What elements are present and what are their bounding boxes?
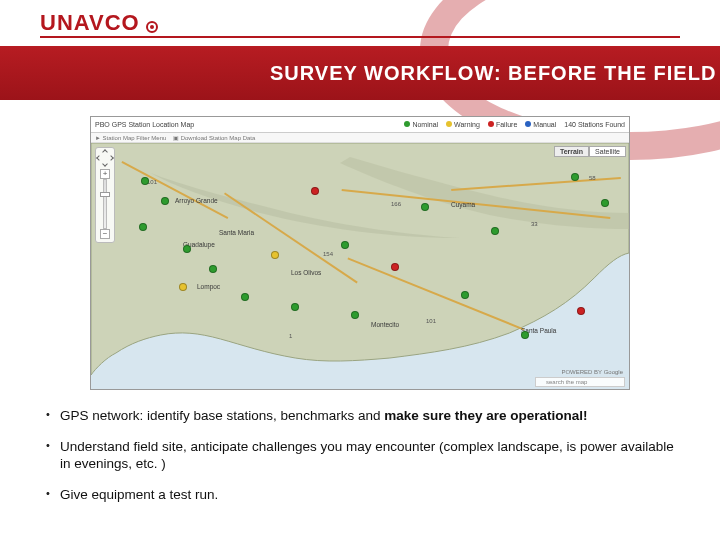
- map-canvas[interactable]: 101 101 1 154 166 33 58 Santa Maria Lomp…: [91, 143, 629, 389]
- station-marker[interactable]: [521, 331, 529, 339]
- brand-mark-icon: [146, 21, 158, 33]
- map-header-bar: PBO GPS Station Location Map Nominal War…: [91, 117, 629, 133]
- station-marker[interactable]: [161, 197, 169, 205]
- map-filter-toggle[interactable]: ► Station Map Filter Menu: [95, 135, 166, 141]
- station-marker[interactable]: [601, 199, 609, 207]
- map-type-switch: Terrain Satellite: [554, 146, 626, 157]
- dot-blue-icon: [525, 121, 531, 127]
- station-marker[interactable]: [571, 173, 579, 181]
- pan-north-icon[interactable]: [102, 149, 108, 155]
- place-label: Santa Maria: [219, 229, 254, 236]
- station-marker[interactable]: [461, 291, 469, 299]
- dot-green-icon: [404, 121, 410, 127]
- title-band: SURVEY WORKFLOW: BEFORE THE FIELD: [0, 46, 720, 100]
- legend-failure: Failure: [488, 121, 517, 128]
- route-label: 154: [323, 251, 333, 257]
- map-controls: + −: [95, 147, 115, 243]
- route-label: 58: [589, 175, 596, 181]
- map-search-input[interactable]: search the map: [535, 377, 625, 387]
- station-marker[interactable]: [209, 265, 217, 273]
- place-label: Montecito: [371, 321, 399, 328]
- zoom-in-button[interactable]: +: [100, 169, 110, 179]
- station-marker[interactable]: [491, 227, 499, 235]
- station-marker[interactable]: [291, 303, 299, 311]
- station-marker[interactable]: [351, 311, 359, 319]
- route-label: 101: [426, 318, 436, 324]
- bullet-text: GPS network: identify base stations, ben…: [60, 408, 384, 423]
- bullet-text: Give equipment a test run.: [60, 487, 218, 502]
- bullet-item: Give equipment a test run.: [46, 487, 680, 504]
- brand-name: UNAVCO: [40, 10, 140, 36]
- bullet-text: Understand field site, anticipate challe…: [60, 439, 674, 471]
- legend-manual: Manual: [525, 121, 556, 128]
- station-marker[interactable]: [183, 245, 191, 253]
- station-marker[interactable]: [141, 177, 149, 185]
- brand-logo: UNAVCO: [40, 10, 158, 36]
- place-label: Cuyama: [451, 201, 475, 208]
- map-legend: Nominal Warning Failure Manual 140 Stati…: [404, 121, 625, 128]
- station-marker[interactable]: [139, 223, 147, 231]
- brand-underline: [40, 36, 680, 38]
- coastline-layer: [91, 143, 629, 389]
- station-marker[interactable]: [391, 263, 399, 271]
- route-label: 33: [531, 221, 538, 227]
- pan-south-icon[interactable]: [102, 161, 108, 167]
- station-marker[interactable]: [311, 187, 319, 195]
- map-title: PBO GPS Station Location Map: [95, 121, 194, 128]
- zoom-out-button[interactable]: −: [100, 229, 110, 239]
- map-type-terrain[interactable]: Terrain: [554, 146, 589, 157]
- station-marker[interactable]: [241, 293, 249, 301]
- pan-control[interactable]: [96, 149, 114, 167]
- place-label: Los Olivos: [291, 269, 321, 276]
- map-download-link[interactable]: ▣ Download Station Map Data: [173, 135, 255, 141]
- legend-count: 140 Stations Found: [564, 121, 625, 128]
- dot-yellow-icon: [446, 121, 452, 127]
- map-attribution: POWERED BY Google: [561, 369, 623, 375]
- bullet-item: Understand field site, anticipate challe…: [46, 439, 680, 473]
- legend-nominal: Nominal: [404, 121, 438, 128]
- zoom-handle[interactable]: [100, 192, 110, 197]
- slide-content: PBO GPS Station Location Map Nominal War…: [0, 100, 720, 518]
- legend-warning: Warning: [446, 121, 480, 128]
- map-subheader: ► Station Map Filter Menu ▣ Download Sta…: [91, 133, 629, 143]
- route-label: 1: [289, 333, 292, 339]
- dot-red-icon: [488, 121, 494, 127]
- map-figure: PBO GPS Station Location Map Nominal War…: [90, 116, 630, 390]
- pan-east-icon[interactable]: [108, 155, 114, 161]
- station-marker[interactable]: [421, 203, 429, 211]
- route-label: 166: [391, 201, 401, 207]
- station-marker[interactable]: [179, 283, 187, 291]
- bullet-list: GPS network: identify base stations, ben…: [40, 408, 680, 504]
- zoom-slider[interactable]: [103, 179, 107, 229]
- zoom-control: + −: [100, 169, 110, 239]
- station-marker[interactable]: [341, 241, 349, 249]
- station-marker[interactable]: [271, 251, 279, 259]
- pan-west-icon[interactable]: [96, 155, 102, 161]
- map-type-satellite[interactable]: Satellite: [589, 146, 626, 157]
- place-label: Arroyo Grande: [175, 197, 218, 204]
- place-label: Lompoc: [197, 283, 220, 290]
- station-marker[interactable]: [577, 307, 585, 315]
- bullet-text-bold: make sure they are operational!: [384, 408, 587, 423]
- slide-header: UNAVCO SURVEY WORKFLOW: BEFORE THE FIELD: [0, 0, 720, 100]
- bullet-item: GPS network: identify base stations, ben…: [46, 408, 680, 425]
- slide-title: SURVEY WORKFLOW: BEFORE THE FIELD: [270, 62, 716, 85]
